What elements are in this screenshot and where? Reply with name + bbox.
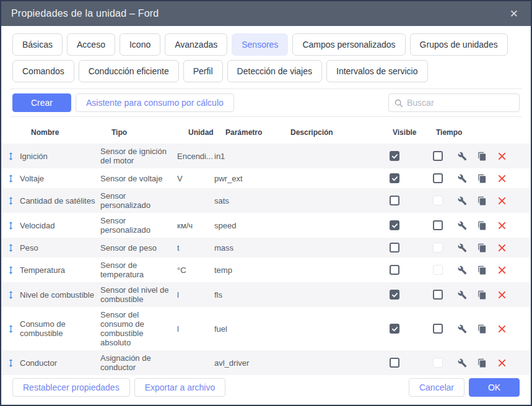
time-checkbox[interactable] xyxy=(433,173,443,183)
column-header-tipo: Tipo xyxy=(111,128,188,137)
duplicate-copy-icon[interactable] xyxy=(474,322,490,335)
tab-acceso[interactable]: Acceso xyxy=(67,33,115,56)
duplicate-copy-icon[interactable] xyxy=(474,241,490,254)
delete-x-icon[interactable] xyxy=(494,194,510,207)
create-sensor-button[interactable]: Crear xyxy=(12,93,71,112)
visible-checkbox[interactable] xyxy=(390,243,399,253)
tab-bar-row1: BásicasAccesoIconoAvanzadasSensoresCampo… xyxy=(1,33,531,56)
column-header-visible: Visible xyxy=(393,128,436,137)
visible-checkbox[interactable] xyxy=(390,173,399,183)
drag-handle-icon[interactable] xyxy=(1,196,20,206)
cancel-button[interactable]: Cancelar xyxy=(409,378,464,397)
sensor-name: Peso xyxy=(20,243,100,253)
column-header-nombre: Nombre xyxy=(31,128,111,137)
time-checkbox[interactable] xyxy=(433,220,443,230)
export-to-file-button[interactable]: Exportar a archivo xyxy=(134,378,226,397)
reset-properties-button[interactable]: Restablecer propiedades xyxy=(12,378,130,397)
time-checkbox[interactable] xyxy=(433,151,443,161)
sensor-name: Temperatura xyxy=(20,266,100,275)
tab-perfil[interactable]: Perfil xyxy=(183,60,223,82)
visible-checkbox[interactable] xyxy=(390,290,399,300)
edit-wrench-icon[interactable] xyxy=(454,171,470,185)
visible-checkbox[interactable] xyxy=(390,358,399,368)
visible-checkbox[interactable] xyxy=(390,151,399,161)
tab-sensores[interactable]: Sensores xyxy=(232,33,288,56)
edit-wrench-icon[interactable] xyxy=(454,322,470,335)
tab-avanzadas[interactable]: Avanzadas xyxy=(165,33,227,56)
tab-bar-row2: ComandosConducción eficientePerfilDetecc… xyxy=(1,60,531,82)
consumption-wizard-button[interactable]: Asistente para consumo por cálculo xyxy=(76,93,234,112)
delete-x-icon[interactable] xyxy=(494,322,510,335)
drag-handle-icon[interactable] xyxy=(1,358,20,368)
delete-x-icon[interactable] xyxy=(494,288,510,301)
delete-x-icon[interactable] xyxy=(494,263,510,277)
sensor-row-speed: VelocidadSensor personalizadoкм/чspeed xyxy=(1,213,531,238)
column-header-tiempo: Tiempo xyxy=(436,128,465,137)
duplicate-copy-icon[interactable] xyxy=(474,171,490,185)
duplicate-copy-icon[interactable] xyxy=(474,288,490,301)
edit-wrench-icon[interactable] xyxy=(454,288,470,301)
visible-checkbox[interactable] xyxy=(390,196,399,205)
sensor-type: Sensor personalizado xyxy=(100,191,177,210)
tab-conduccion-eficiente[interactable]: Conducción eficiente xyxy=(79,60,179,82)
delete-x-icon[interactable] xyxy=(494,149,510,163)
sensor-name: Ignición xyxy=(20,152,100,161)
drag-handle-icon[interactable] xyxy=(1,220,20,231)
time-checkbox[interactable] xyxy=(433,324,443,334)
tab-comandos[interactable]: Comandos xyxy=(12,60,74,82)
sensor-parameter: pwr_ext xyxy=(214,174,279,183)
time-checkbox[interactable] xyxy=(433,290,443,300)
time-checkbox xyxy=(433,265,443,275)
duplicate-copy-icon[interactable] xyxy=(474,149,490,163)
tab-intervalos-de-servicio[interactable]: Intervalos de servicio xyxy=(326,60,428,82)
sensor-parameter: mass xyxy=(214,243,279,253)
sensor-parameter: fls xyxy=(214,290,279,300)
tab-basicas[interactable]: Básicas xyxy=(12,33,63,56)
edit-wrench-icon[interactable] xyxy=(454,194,470,207)
sensor-type: Sensor de temperatura xyxy=(100,261,177,279)
tab-campos-personalizados[interactable]: Campos personalizados xyxy=(292,33,405,56)
delete-x-icon[interactable] xyxy=(494,356,510,369)
divider xyxy=(10,89,522,89)
sensor-row-avl-driver: ConductorAsignación de conductoravl_driv… xyxy=(1,350,531,375)
edit-wrench-icon[interactable] xyxy=(454,241,470,254)
tab-deteccion-de-viajes[interactable]: Detección de viajes xyxy=(227,60,322,82)
tab-grupos-de-unidades[interactable]: Grupos de unidades xyxy=(410,33,508,56)
ok-button[interactable]: OK xyxy=(469,378,520,397)
delete-x-icon[interactable] xyxy=(494,241,510,254)
edit-wrench-icon[interactable] xyxy=(454,149,470,163)
time-checkbox xyxy=(433,358,443,368)
delete-x-icon[interactable] xyxy=(494,171,510,185)
drag-handle-icon[interactable] xyxy=(1,324,20,334)
drag-handle-icon[interactable] xyxy=(1,265,20,275)
visible-checkbox[interactable] xyxy=(390,220,399,230)
sensor-parameter: avl_driver xyxy=(214,358,279,368)
sensor-parameter: in1 xyxy=(214,152,279,161)
duplicate-copy-icon[interactable] xyxy=(474,356,490,369)
edit-wrench-icon[interactable] xyxy=(454,218,470,232)
visible-checkbox[interactable] xyxy=(390,324,399,334)
duplicate-copy-icon[interactable] xyxy=(474,263,490,277)
sensor-parameter: speed xyxy=(214,221,279,230)
visible-checkbox[interactable] xyxy=(390,265,399,275)
dialog-footer: Restablecer propiedades Exportar a archi… xyxy=(1,378,531,405)
duplicate-copy-icon[interactable] xyxy=(474,194,490,207)
drag-handle-icon[interactable] xyxy=(1,290,20,300)
drag-handle-icon[interactable] xyxy=(1,243,20,253)
delete-x-icon[interactable] xyxy=(494,218,510,232)
sensor-unit: l xyxy=(177,290,214,300)
close-icon[interactable]: ✕ xyxy=(507,7,521,20)
drag-handle-icon[interactable] xyxy=(1,173,20,184)
sensors-toolbar: Crear Asistente para consumo por cálculo xyxy=(1,93,531,112)
edit-wrench-icon[interactable] xyxy=(454,263,470,277)
edit-wrench-icon[interactable] xyxy=(454,356,470,369)
column-header-unidad: Unidad xyxy=(188,128,225,137)
tab-icono[interactable]: Icono xyxy=(120,33,160,56)
drag-handle-icon[interactable] xyxy=(1,151,20,162)
dialog-titlebar: Propiedades de la unidad – Ford ✕ xyxy=(1,1,531,26)
duplicate-copy-icon[interactable] xyxy=(474,218,490,232)
sensor-name: Nivel de combustible xyxy=(20,290,100,300)
sensor-unit: V xyxy=(177,174,214,183)
search-input[interactable] xyxy=(407,98,514,108)
sensor-row-temp: TemperaturaSensor de temperatura°Ctemp xyxy=(1,257,531,282)
